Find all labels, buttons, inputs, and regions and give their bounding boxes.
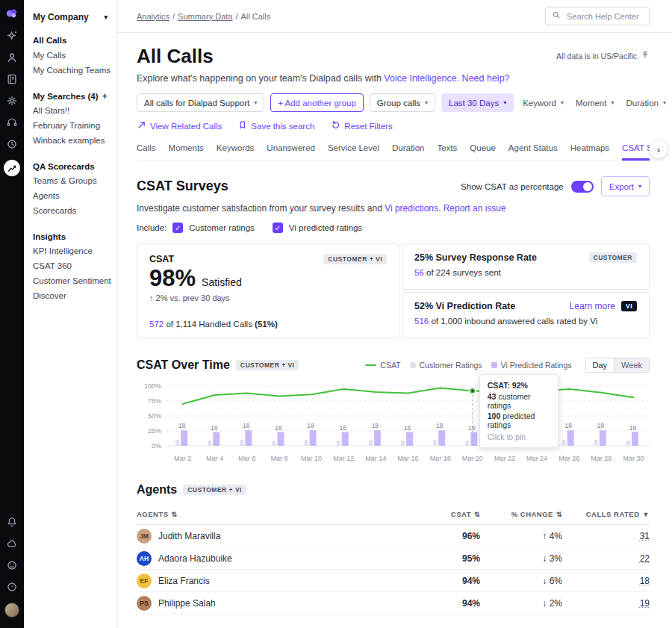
keyword-pill[interactable]: Keyword▾	[520, 93, 567, 112]
sidebar-item-scorecards[interactable]: Scorecards	[33, 203, 108, 218]
need-help-link[interactable]: Need help?	[462, 73, 510, 84]
save-search-link[interactable]: Save this search	[238, 120, 314, 131]
csat-over-time-chart[interactable]: 0%25%50%75%100%18Mar 216Mar 418Mar 616Ma…	[137, 382, 650, 465]
vi-predicted-bar[interactable]	[181, 430, 187, 446]
support-headset-icon[interactable]	[6, 116, 18, 128]
col-calls-rated[interactable]: CALLS RATED▼	[562, 510, 650, 518]
agent-name-cell[interactable]: JM Judith Maravilla	[137, 529, 413, 544]
learn-more-link[interactable]: Learn more	[570, 301, 615, 311]
contacts-icon[interactable]	[6, 52, 18, 63]
col-change[interactable]: % CHANGE⇅	[480, 510, 562, 518]
tab-agent-status[interactable]: Agent Status	[508, 143, 558, 161]
add-group-button[interactable]: + Add another group	[270, 93, 364, 112]
vi-predictions-link[interactable]: Vi predictions.	[385, 203, 441, 214]
user-avatar[interactable]	[4, 603, 19, 618]
customer-ratings-bar[interactable]	[594, 440, 598, 446]
settings-gear-icon[interactable]	[6, 95, 18, 107]
tab-heatmaps[interactable]: Heatmaps	[570, 143, 609, 161]
export-button[interactable]: Export ▾	[601, 176, 650, 196]
customer-ratings-bar[interactable]	[401, 441, 405, 446]
col-csat[interactable]: CSAT⇅	[413, 510, 480, 518]
tab-moments[interactable]: Moments	[169, 143, 204, 161]
vi-predicted-bar[interactable]	[342, 432, 349, 446]
tab-queue[interactable]: Queue	[470, 143, 496, 161]
sidebar-item-kpi-intelligence[interactable]: KPI Intelligence	[33, 243, 108, 258]
customer-ratings-bar[interactable]	[337, 441, 340, 446]
agent-calls-link[interactable]: 18	[640, 576, 650, 586]
vi-predicted-checkbox[interactable]: ✓	[273, 223, 283, 233]
voice-intelligence-link[interactable]: Voice Intelligence.	[384, 73, 459, 84]
date-range-pill[interactable]: Last 30 Days▾	[441, 93, 514, 112]
vi-rated-link[interactable]: 516	[414, 317, 429, 326]
directory-icon[interactable]	[6, 73, 18, 85]
tab-duration[interactable]: Duration	[392, 143, 424, 161]
sidebar-item-csat-360[interactable]: CSAT 360	[33, 258, 108, 273]
agent-name-cell[interactable]: AH Adaora Hazubuike	[137, 551, 413, 566]
customer-ratings-bar[interactable]	[433, 440, 437, 446]
col-agents[interactable]: AGENTS⇅	[137, 510, 413, 518]
sidebar-item-my-coaching-teams[interactable]: My Coaching Teams	[33, 63, 108, 78]
reset-filters-link[interactable]: Reset Filters	[331, 120, 393, 131]
vi-predicted-bar[interactable]	[470, 432, 477, 446]
vi-predicted-bar[interactable]	[374, 430, 381, 446]
vi-predicted-bar[interactable]	[406, 432, 413, 446]
customer-ratings-bar[interactable]	[272, 441, 276, 446]
agent-name-cell[interactable]: EF Eliza Francis	[137, 573, 413, 588]
customer-ratings-bar[interactable]	[208, 441, 211, 446]
vi-predicted-bar[interactable]	[438, 430, 445, 446]
vi-predicted-bar[interactable]	[277, 432, 284, 446]
sidebar-item-february-training[interactable]: February Training	[33, 118, 108, 133]
report-issue-link[interactable]: Report an issue	[444, 203, 506, 214]
history-icon[interactable]	[6, 138, 18, 150]
tab-csat-surveys[interactable]: CSAT Surveys	[622, 143, 650, 161]
help-search[interactable]	[545, 7, 650, 25]
vi-predicted-bar[interactable]	[600, 430, 606, 446]
customer-ratings-bar[interactable]	[240, 440, 243, 446]
surveys-sent-link[interactable]: 56	[414, 268, 424, 277]
customer-ratings-bar[interactable]	[626, 441, 630, 446]
sidebar-item-discover[interactable]: Discover	[33, 288, 108, 303]
agent-calls-link[interactable]: 22	[640, 553, 650, 564]
legend-customer-ratings[interactable]: Customer Ratings	[410, 361, 482, 370]
vi-predicted-bar[interactable]	[213, 432, 220, 446]
help-icon[interactable]: ?	[6, 581, 18, 593]
sidebar-item-all-stars[interactable]: All Stars!!	[33, 103, 108, 118]
vi-predicted-bar[interactable]	[632, 432, 638, 446]
sidebar-item-winback-examples[interactable]: Winback examples	[33, 133, 108, 148]
agent-calls-link[interactable]: 19	[640, 598, 650, 609]
customer-ratings-checkbox[interactable]: ✓	[172, 223, 183, 233]
customer-ratings-bar[interactable]	[369, 440, 373, 446]
breadcrumb-summary-data[interactable]: Summary Data	[178, 12, 232, 21]
search-input[interactable]	[565, 11, 643, 22]
analytics-icon-active[interactable]	[4, 160, 20, 176]
group-calls-pill[interactable]: Group calls▾	[370, 93, 435, 112]
customer-ratings-bar[interactable]	[562, 440, 566, 446]
company-selector[interactable]: My Company ▾	[24, 0, 116, 31]
ai-cloud-icon[interactable]	[6, 538, 18, 550]
customer-ratings-bar[interactable]	[305, 440, 308, 446]
sidebar-item-all-calls[interactable]: All Calls	[33, 33, 108, 48]
tab-keywords[interactable]: Keywords	[217, 143, 255, 161]
sidebar-item-teams-groups[interactable]: Teams & Groups	[33, 173, 108, 188]
tab-service-level[interactable]: Service Level	[328, 143, 379, 161]
vi-predicted-bar[interactable]	[567, 430, 574, 446]
tab-texts[interactable]: Texts	[437, 143, 457, 161]
customer-ratings-bar[interactable]	[465, 441, 469, 446]
day-button[interactable]: Day	[586, 358, 615, 372]
customer-ratings-bar[interactable]	[175, 440, 179, 446]
chart-tooltip[interactable]: CSAT: 92% 43 customer ratings 100 predic…	[479, 374, 559, 448]
ai-sparkle-icon[interactable]	[6, 30, 18, 42]
agent-name-cell[interactable]: PS Philippe Salah	[137, 596, 413, 611]
week-button[interactable]: Week	[614, 358, 649, 372]
breadcrumb-analytics[interactable]: Analytics	[137, 12, 169, 21]
moment-pill[interactable]: Moment▾	[573, 93, 617, 112]
tab-calls[interactable]: Calls	[137, 143, 156, 161]
view-related-calls-link[interactable]: View Related Calls	[137, 120, 222, 131]
group-filter-pill[interactable]: All calls for Dialpad Support▾	[137, 93, 264, 112]
tabs-scroll-right-button[interactable]: ›	[650, 140, 668, 158]
duration-pill[interactable]: Duration▾	[623, 93, 668, 112]
sidebar-item-agents[interactable]: Agents	[33, 188, 108, 203]
emoji-icon[interactable]	[6, 559, 18, 571]
notifications-bell-icon[interactable]	[6, 516, 18, 528]
handled-calls-link[interactable]: 572	[149, 320, 164, 329]
